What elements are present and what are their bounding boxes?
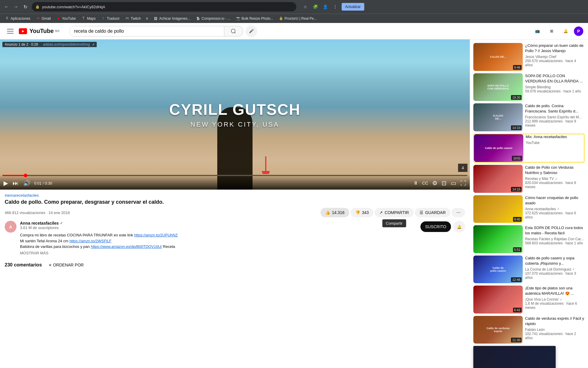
sidebar-info: SOPA DE POLLO CON VERDURAS EN OLLA RÁPID… [525,73,584,101]
subtitles-button[interactable]: CC [421,180,429,187]
search-input[interactable] [69,26,224,36]
forward-button[interactable]: → [12,3,20,11]
theater-button[interactable]: ▭ [450,178,457,188]
sidebar-item[interactable]: 14:15 Caldo de Pollo con Verduras Nutrit… [473,165,584,193]
sidebar-item[interactable]: SOPA DE POLLO CON VERDURAS 19:30 SOPA DE… [473,73,584,101]
extensions-icon[interactable]: 🧩 [311,3,319,11]
desc-link-1[interactable]: https://amzn.to/2UPUhNZ [134,233,178,237]
bookmark-n[interactable]: n [144,15,151,22]
mini-player[interactable]: ··· [473,346,556,368]
sort-button[interactable]: ≡ ORDENAR POR [49,263,83,267]
bookmark-proctoru[interactable]: 🔒 ProctorU | Real Pe... [276,15,319,22]
bookmark-youtube[interactable]: ▶ YouTube [54,15,78,22]
sidebar-item[interactable]: (((•))) Caldo de pollo casero Mix: Anna … [473,134,584,163]
update-button[interactable]: Actualizar [342,3,364,11]
user-avatar[interactable]: P [574,26,583,36]
subscribe-button[interactable]: SUSCRITO [420,221,451,232]
header-right: 📺 ⊞ 🔔 P [532,25,583,37]
sidebar-title: Caldo de verduras exprés // Fácil y rápi… [525,316,584,326]
sidebar-title: Mix: Anna recetasfaciles [526,134,584,140]
miniplayer-button[interactable]: ⊡ [440,178,448,188]
sidebar-thumbnail: ICALDO DE... 14:33 [473,103,523,131]
notification-bell[interactable]: 🔔 [453,221,465,233]
save-button[interactable]: ☰ GUARDAR [415,208,450,217]
bookmark-apps[interactable]: ⠿ Aplicaciones [2,15,33,22]
channel-tag[interactable]: #annarecetasfaciles [5,193,465,198]
sidebar-item[interactable]: 6:42 ¡Este tipo de platos son una autént… [473,286,584,314]
video-background: CYRILL GUTSCH NEW YORK CITY, USA [0,39,470,190]
fullscreen-button[interactable]: ⛶ [459,179,467,188]
play-button[interactable]: ▶ [2,178,9,188]
twitch-icon: 🎮 [125,16,130,21]
hamburger-menu[interactable] [5,25,16,37]
bookmark-compressor[interactable]: 🗜 Compressor.io - ... [193,15,233,22]
microphone-button[interactable]: 🎤 [245,25,257,37]
bookmark-maps[interactable]: 📍 Maps [79,15,98,22]
search-box [69,26,224,37]
youtube-country-code: MX [55,29,60,33]
desc-link-3[interactable]: https://www.amazon.es/dp/B00TDQV10U/ [91,244,162,249]
show-more-button[interactable]: MOSTRAR MÁS [20,251,417,255]
bookmark-bulk-resize[interactable]: 📸 Bulk Resize Photo... [233,15,276,22]
channel-subs: 3,61 M de suscriptores [20,226,417,230]
share-button[interactable]: ↗ COMPARTIR [375,208,414,217]
bookmark-translate[interactable]: T Traducir [98,15,122,22]
like-button[interactable]: 👍 14.316 [320,208,349,217]
address-bar[interactable]: 🔒 youtube.com/watch?v=AkICy82dHqA [32,2,296,11]
channel-verified-icon: ✓ [555,177,557,180]
save-label: GUARDAR [425,210,446,215]
hamburger-line [7,33,14,34]
bookmark-achicar[interactable]: 🖼 Achicar Imágenes... [151,15,193,22]
grid-button[interactable]: ⊞ [546,25,557,37]
notifications-button[interactable]: 🔔 [560,25,572,37]
volume-button[interactable]: 🔊 [22,178,32,188]
cast-button[interactable]: 📺 [532,25,543,37]
youtube-logo[interactable]: YouTubeMX [19,28,60,34]
progress-thumb [24,174,27,177]
bookmark-bulk-resize-label: Bulk Resize Photo... [242,16,273,21]
maps-icon: 📍 [81,16,86,21]
bookmark-maps-label: Maps [87,16,96,21]
sidebar-title: Caldo de pollo casero y sopa cubierta ¡R… [525,256,584,266]
star-icon[interactable]: ☆ [301,3,309,11]
dislike-button[interactable]: 👎 343 [350,208,373,217]
channel-avatar[interactable]: A [5,221,16,233]
sidebar-channel: Anna recetasfaciles ✓ [525,207,584,211]
bookmark-gmail[interactable]: ✉ Gmail [33,15,53,22]
menu-icon[interactable]: ⋮ [331,3,339,11]
channel-name: Anna recetasfaciles ✓ [20,221,417,226]
bookmark-gmail-label: Gmail [41,16,51,21]
search-button[interactable] [224,26,243,37]
sidebar-item[interactable]: ICALDO DE... 14:33 Caldo de pollo. Cocin… [473,103,584,131]
sidebar-views: 212.999 visualizaciones · hace 9 meses [525,119,584,127]
video-player[interactable]: CYRILL GUTSCH NEW YORK CITY, USA Anuncio… [0,39,470,190]
desc-link-2[interactable]: https://amzn.to/2WSFjLF [69,239,111,243]
channel-verified-icon: ✓ [572,268,575,271]
more-button[interactable]: ⋯ [452,208,465,217]
sidebar-item[interactable]: CALDO DE... 9:46 ¿Cómo preparar un buen … [473,43,584,71]
ad-badge: Anuncio 1 de 2 · 0:28 adidas.es/impossib… [2,42,97,47]
progress-bar[interactable] [2,175,467,176]
svg-line-1 [235,32,236,33]
sidebar-item[interactable]: 5:51 Esta SOPA DE POLLO cura todos los m… [473,225,584,253]
sidebar-item[interactable]: 9:40 Cómo hacer croquetas de pollo asado… [473,195,584,223]
share-tooltip: Compartir [382,219,406,227]
settings-button[interactable]: ⚙ [431,178,439,188]
sidebar-item[interactable]: Caldo de verduras exprés 11:30 Caldo de … [473,316,584,344]
channel-description: Compra mi libro de recetas COCINA PARA T… [20,232,417,250]
sidebar-item[interactable]: Caldo de pollo casero 12:46 Caldo de pol… [473,256,584,284]
profile-icon[interactable]: 👤 [321,3,329,11]
reload-button[interactable]: ↻ [21,3,29,11]
sidebar-thumbnail: 5:51 [473,225,523,253]
sidebar-title: SOPA DE POLLO CON VERDURAS EN OLLA RÁPID… [525,73,584,84]
channel-name-text[interactable]: Anna recetasfaciles [20,221,59,226]
sidebar-views: 59.078 visualizaciones · hace 1 año [525,89,584,93]
bookmark-twitch[interactable]: 🎮 Twitch [123,15,143,22]
desc-text-1: Compra mi libro de recetas COCINA PARA T… [20,233,133,237]
sidebar-views: 102.741 visualizaciones · hace 2 años [525,332,584,340]
pause-button[interactable]: ⏸ [412,179,419,187]
next-button[interactable]: ⏭ [11,179,20,188]
back-button[interactable]: ← [2,3,11,11]
thumb-duration: 6:42 [513,308,522,312]
channel-right: SUSCRITO 🔔 [420,221,465,233]
